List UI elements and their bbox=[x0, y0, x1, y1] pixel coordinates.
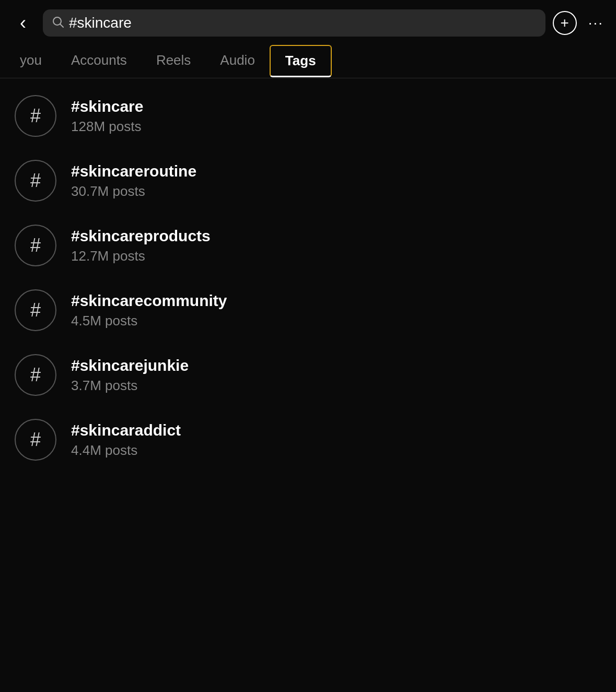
hashtag-icon: # bbox=[15, 289, 56, 331]
tag-info: #skincarecommunity 4.5M posts bbox=[71, 292, 227, 329]
tag-item-skincaraddict[interactable]: # #skincaraddict 4.4M posts bbox=[0, 407, 616, 472]
tag-info: #skincarejunkie 3.7M posts bbox=[71, 357, 189, 394]
hashtag-icon: # bbox=[15, 225, 56, 266]
tab-for-you[interactable]: you bbox=[5, 44, 56, 78]
tag-name: #skincareroutine bbox=[71, 162, 196, 180]
hashtag-icon: # bbox=[15, 95, 56, 137]
hashtag-icon: # bbox=[15, 419, 56, 461]
tag-posts: 12.7M posts bbox=[71, 248, 211, 264]
back-icon: ‹ bbox=[20, 14, 26, 32]
tag-item-skincarecommunity[interactable]: # #skincarecommunity 4.5M posts bbox=[0, 278, 616, 343]
tag-info: #skincaraddict 4.4M posts bbox=[71, 421, 181, 459]
tag-name: #skincare bbox=[71, 98, 143, 115]
add-icon: + bbox=[560, 16, 568, 30]
header-actions: + ··· bbox=[553, 11, 606, 35]
tag-info: #skincareroutine 30.7M posts bbox=[71, 162, 196, 200]
tag-item-skincareproducts[interactable]: # #skincareproducts 12.7M posts bbox=[0, 213, 616, 278]
add-button[interactable]: + bbox=[553, 11, 577, 35]
search-icon bbox=[52, 16, 64, 30]
tag-info: #skincare 128M posts bbox=[71, 98, 143, 135]
svg-line-1 bbox=[61, 24, 64, 27]
search-bar[interactable] bbox=[43, 9, 545, 37]
tag-item-skincare[interactable]: # #skincare 128M posts bbox=[0, 84, 616, 148]
tab-reels[interactable]: Reels bbox=[142, 44, 205, 78]
tag-posts: 3.7M posts bbox=[71, 378, 189, 394]
tag-posts: 30.7M posts bbox=[71, 183, 196, 200]
tag-name: #skincareproducts bbox=[71, 227, 211, 245]
tag-name: #skincaraddict bbox=[71, 421, 181, 439]
tag-item-skincareroutine[interactable]: # #skincareroutine 30.7M posts bbox=[0, 148, 616, 213]
search-input[interactable] bbox=[69, 15, 536, 31]
tabs-bar: you Accounts Reels Audio Tags bbox=[0, 44, 616, 78]
hashtag-icon: # bbox=[15, 354, 56, 396]
tab-accounts[interactable]: Accounts bbox=[56, 44, 142, 78]
tag-name: #skincarejunkie bbox=[71, 357, 189, 374]
tag-name: #skincarecommunity bbox=[71, 292, 227, 310]
svg-point-0 bbox=[53, 17, 61, 25]
tab-tags[interactable]: Tags bbox=[270, 45, 332, 77]
header: ‹ + ··· bbox=[0, 0, 616, 44]
back-button[interactable]: ‹ bbox=[10, 10, 36, 36]
tags-list: # #skincare 128M posts # #skincareroutin… bbox=[0, 78, 616, 477]
more-icon: ··· bbox=[588, 15, 603, 31]
tag-posts: 128M posts bbox=[71, 119, 143, 135]
tag-posts: 4.4M posts bbox=[71, 442, 181, 459]
more-button[interactable]: ··· bbox=[586, 13, 606, 33]
tab-audio[interactable]: Audio bbox=[205, 44, 270, 78]
tag-info: #skincareproducts 12.7M posts bbox=[71, 227, 211, 264]
tag-item-skincarejunkie[interactable]: # #skincarejunkie 3.7M posts bbox=[0, 343, 616, 407]
tag-posts: 4.5M posts bbox=[71, 313, 227, 329]
hashtag-icon: # bbox=[15, 160, 56, 202]
